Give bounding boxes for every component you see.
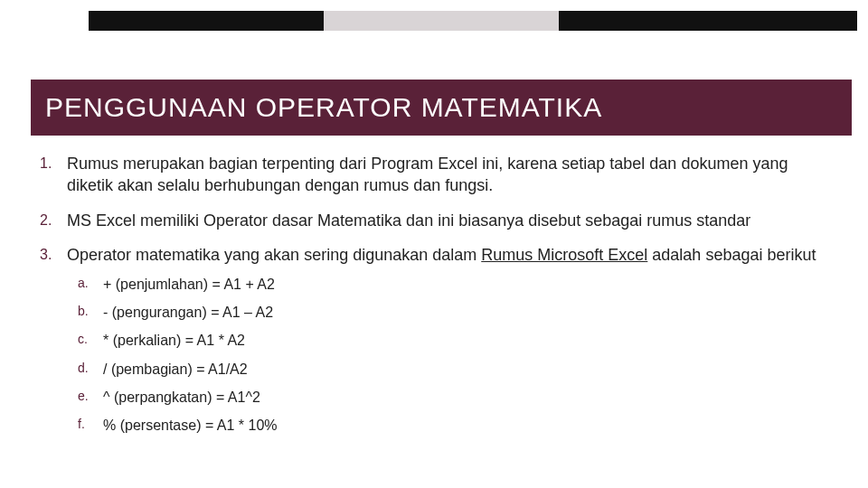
list-item: Operator matematika yang akan sering dig… — [36, 245, 832, 434]
top-accent-strip — [0, 11, 868, 31]
sublist-item: ^ (perpangkatan) = A1^2 — [78, 389, 832, 406]
slide-body: Rumus merupakan bagian terpenting dari P… — [36, 154, 832, 447]
list-item-text: adalah sebagai berikut — [652, 246, 816, 264]
underlined-term: Rumus Microsoft Excel — [481, 246, 647, 264]
list-item: MS Excel memiliki Operator dasar Matemat… — [36, 211, 832, 232]
sublist-item: % (persentase) = A1 * 10% — [78, 417, 832, 434]
sublist-item: + (penjumlahan) = A1 + A2 — [78, 276, 832, 293]
slide-title: PENGGUNAAN OPERATOR MATEMATIKA — [45, 92, 602, 123]
list-item-text: Operator matematika yang akan sering dig… — [67, 246, 481, 264]
title-bar: PENGGUNAAN OPERATOR MATEMATIKA — [31, 80, 852, 136]
list-item: Rumus merupakan bagian terpenting dari P… — [36, 154, 832, 197]
sublist-item: / (pembagian) = A1/A2 — [78, 361, 832, 378]
sublist-item: - (pengurangan) = A1 – A2 — [78, 304, 832, 321]
sublist-item: * (perkalian) = A1 * A2 — [78, 332, 832, 349]
